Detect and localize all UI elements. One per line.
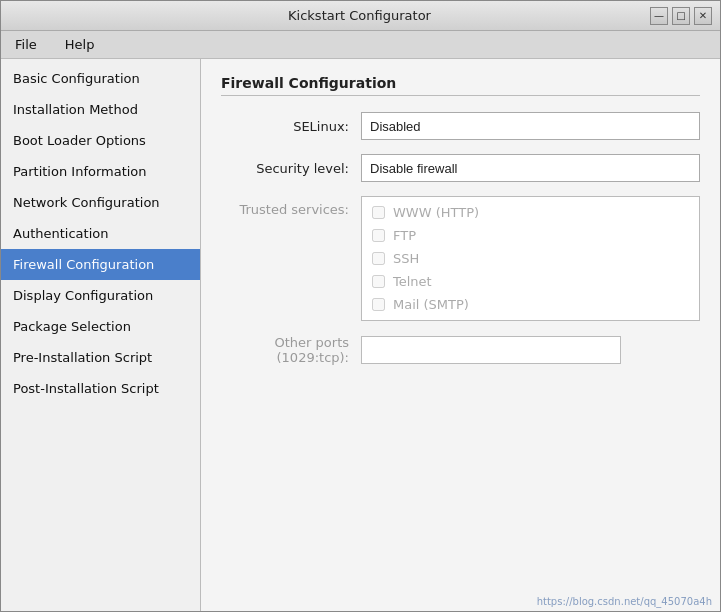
section-title: Firewall Configuration	[221, 75, 700, 96]
sidebar-item-partition[interactable]: Partition Information	[1, 156, 200, 187]
sidebar-item-basic[interactable]: Basic Configuration	[1, 63, 200, 94]
sidebar-item-preinstall[interactable]: Pre-Installation Script	[1, 342, 200, 373]
main-panel: Firewall Configuration SELinux: Disabled…	[201, 59, 720, 611]
security-level-label: Security level:	[221, 161, 361, 176]
sidebar: Basic Configuration Installation Method …	[1, 59, 201, 611]
close-button[interactable]: ✕	[694, 7, 712, 25]
menu-help[interactable]: Help	[59, 35, 101, 54]
sidebar-item-authentication[interactable]: Authentication	[1, 218, 200, 249]
security-level-select[interactable]: Disable firewall Enable firewall No fire…	[361, 154, 700, 182]
service-ftp-label: FTP	[393, 228, 416, 243]
trusted-services-row: Trusted services: WWW (HTTP) FTP SSH	[221, 196, 700, 321]
service-mail-row: Mail (SMTP)	[372, 297, 689, 312]
service-mail-checkbox[interactable]	[372, 298, 385, 311]
content-area: Basic Configuration Installation Method …	[1, 59, 720, 611]
selinux-label: SELinux:	[221, 119, 361, 134]
other-ports-input[interactable]	[361, 336, 621, 364]
sidebar-item-bootloader[interactable]: Boot Loader Options	[1, 125, 200, 156]
main-window: Kickstart Configurator — □ ✕ File Help B…	[0, 0, 721, 612]
service-www-row: WWW (HTTP)	[372, 205, 689, 220]
other-ports-label: Other ports (1029:tcp):	[221, 335, 361, 365]
sidebar-item-firewall[interactable]: Firewall Configuration	[1, 249, 200, 280]
selinux-select[interactable]: Disabled Enforcing Permissive	[361, 112, 700, 140]
service-telnet-row: Telnet	[372, 274, 689, 289]
selinux-row: SELinux: Disabled Enforcing Permissive	[221, 112, 700, 140]
service-ssh-label: SSH	[393, 251, 419, 266]
window-title: Kickstart Configurator	[69, 8, 650, 23]
sidebar-item-display[interactable]: Display Configuration	[1, 280, 200, 311]
trusted-services-label: Trusted services:	[221, 196, 361, 217]
service-telnet-checkbox[interactable]	[372, 275, 385, 288]
service-ssh-checkbox[interactable]	[372, 252, 385, 265]
service-ftp-row: FTP	[372, 228, 689, 243]
security-level-row: Security level: Disable firewall Enable …	[221, 154, 700, 182]
sidebar-item-installation[interactable]: Installation Method	[1, 94, 200, 125]
service-www-checkbox[interactable]	[372, 206, 385, 219]
sidebar-item-packages[interactable]: Package Selection	[1, 311, 200, 342]
other-ports-row: Other ports (1029:tcp):	[221, 335, 700, 365]
minimize-button[interactable]: —	[650, 7, 668, 25]
watermark-text: https://blog.csdn.net/qq_45070a4h	[537, 596, 712, 607]
window-controls: — □ ✕	[650, 7, 712, 25]
sidebar-item-network[interactable]: Network Configuration	[1, 187, 200, 218]
service-www-label: WWW (HTTP)	[393, 205, 479, 220]
service-ssh-row: SSH	[372, 251, 689, 266]
menu-bar: File Help	[1, 31, 720, 59]
trusted-services-box: WWW (HTTP) FTP SSH Telnet	[361, 196, 700, 321]
maximize-button[interactable]: □	[672, 7, 690, 25]
service-telnet-label: Telnet	[393, 274, 432, 289]
menu-file[interactable]: File	[9, 35, 43, 54]
sidebar-item-postinstall[interactable]: Post-Installation Script	[1, 373, 200, 404]
service-ftp-checkbox[interactable]	[372, 229, 385, 242]
service-mail-label: Mail (SMTP)	[393, 297, 469, 312]
title-bar: Kickstart Configurator — □ ✕	[1, 1, 720, 31]
